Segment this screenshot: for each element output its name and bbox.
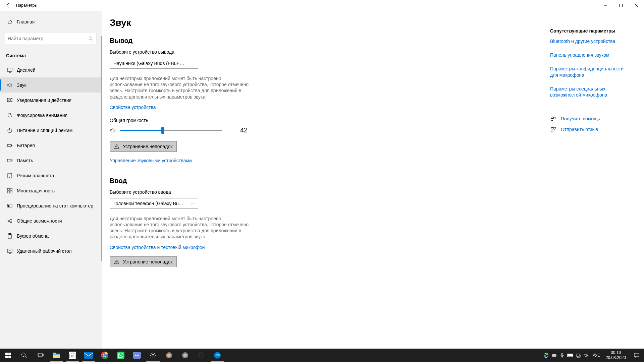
related-link-mic-privacy[interactable]: Параметры конфиденциальности для микрофо… [550,66,631,78]
search-icon [21,352,27,358]
chevron-down-icon [191,201,195,205]
sidebar-item-tablet[interactable]: Режим планшета [0,168,102,183]
sidebar-item-power[interactable]: Питание и спящий режим [0,123,102,138]
output-troubleshoot-button[interactable]: Устранение неполадок [110,141,177,152]
sidebar-item-label: Многозадачность [17,188,55,193]
taskbar-app-mail[interactable] [80,349,97,362]
tray-language[interactable]: РУС [590,353,602,358]
sidebar-item-focus[interactable]: Фокусировка внимания [0,108,102,123]
input-select-label: Выберите устройство ввода [110,189,387,195]
tray-battery-icon[interactable] [566,349,574,362]
related-link-mic-access[interactable]: Параметры специальных возможностей микро… [550,86,631,99]
search-box[interactable] [5,33,97,44]
svg-rect-12 [10,188,12,190]
svg-point-51 [137,355,139,356]
tray-onedrive-icon[interactable] [550,349,558,362]
search-input[interactable] [5,36,85,41]
taskbar: РУС 00:16 20.03.2020 [0,349,644,362]
chrome-icon [101,352,108,359]
remote-icon [6,248,13,254]
titlebar: Параметры [0,0,644,11]
tray-notifications[interactable] [629,349,644,362]
svg-point-8 [11,160,11,161]
window-title: Параметры [16,3,38,8]
focus-icon [6,113,13,118]
explorer-icon [52,352,60,359]
svg-rect-6 [11,145,12,146]
taskbar-app-chrome[interactable] [97,349,113,362]
tray-security-icon[interactable] [542,349,550,362]
tray-volume-icon[interactable] [582,349,590,362]
volume-slider[interactable] [120,126,222,134]
power-icon [6,128,13,133]
maximize-icon [619,4,623,7]
tray-microphone-icon[interactable] [558,349,566,362]
tray-time: 00:16 [606,350,626,355]
storage-icon [6,158,13,163]
minimize-button[interactable] [598,0,613,11]
page-title: Звук [110,17,387,28]
sidebar-item-label: Питание и спящий режим [17,128,72,133]
svg-point-17 [10,219,12,220]
input-device-dropdown[interactable]: Головной телефон (Galaxy Buds (EB... [110,198,198,209]
manage-sound-devices-link[interactable]: Управление звуковыми устройствами [110,158,192,163]
taskbar-app-store[interactable] [64,349,80,362]
input-device-properties-link[interactable]: Свойства устройства и тестовый микрофон [110,245,205,250]
sidebar-item-shared[interactable]: Общие возможности [0,213,102,228]
tray-clock[interactable]: 00:16 20.03.2020 [602,350,629,360]
sidebar-item-remote[interactable]: Удаленный рабочий стол [0,243,102,258]
output-device-dropdown[interactable]: Наушники (Galaxy Buds (EB6E) Ster... [110,58,198,69]
sidebar-item-clipboard[interactable]: Буфер обмена [0,228,102,243]
sidebar-item-storage[interactable]: Память [0,153,102,168]
taskbar-app-edge[interactable] [209,349,225,362]
maximize-button[interactable] [613,0,629,11]
search-button[interactable] [16,349,32,362]
taskbar-app-settings[interactable] [145,349,161,362]
svg-rect-11 [7,188,9,190]
taskbar-app-explorer[interactable] [48,349,64,362]
sidebar-item-sound[interactable]: Звук [0,77,102,93]
svg-rect-36 [53,354,60,355]
tray-overflow[interactable] [534,349,542,362]
close-button[interactable] [629,0,644,11]
input-heading: Ввод [110,177,387,185]
svg-rect-13 [7,191,9,193]
taskbar-app-discord[interactable] [129,349,145,362]
sidebar-item-notifications[interactable]: Уведомления и действия [0,93,102,108]
svg-point-22 [551,117,553,119]
tray-network-icon[interactable] [574,349,582,362]
svg-rect-5 [7,144,11,146]
sidebar-item-battery[interactable]: Батарея [0,138,102,153]
output-heading: Вывод [110,37,387,45]
svg-rect-31 [38,353,42,357]
related-link-bluetooth[interactable]: Bluetooth и другие устройства [550,38,631,45]
taskbar-app-generic1[interactable] [161,349,177,362]
back-button[interactable] [0,0,16,11]
gear-icon [150,352,156,359]
volume-slider-thumb[interactable] [161,127,164,134]
clipboard-icon [6,233,13,239]
svg-rect-28 [5,356,8,358]
sidebar-item-label: Общие возможности [17,218,62,224]
volume-label: Общая громкость [110,118,387,123]
output-device-properties-link[interactable]: Свойства устройства [110,105,156,110]
warning-icon [114,259,119,264]
input-troubleshoot-button[interactable]: Устранение неполадок [110,256,177,267]
taskbar-app-whatsapp[interactable] [113,349,129,362]
shield-icon [544,353,548,358]
sidebar-home[interactable]: Главная [0,14,102,29]
taskbar-app-skype[interactable] [193,349,209,362]
start-button[interactable] [0,349,16,362]
related-link-sound-panel[interactable]: Панель управления звуком [550,52,631,58]
svg-rect-61 [544,355,546,357]
sidebar-item-label: Буфер обмена [17,233,49,239]
svg-rect-67 [634,353,639,357]
feedback-link[interactable]: Отправить отзыв [550,126,631,132]
taskbar-app-generic2[interactable] [177,349,193,362]
get-help-link[interactable]: Получить помощь [550,116,631,122]
sidebar-item-display[interactable]: Дисплей [0,62,102,77]
multitask-icon [6,188,13,193]
taskview-button[interactable] [32,349,48,362]
sidebar-item-project[interactable]: Проецирование на этот компьютер [0,198,102,213]
sidebar-item-multitask[interactable]: Многозадачность [0,183,102,198]
